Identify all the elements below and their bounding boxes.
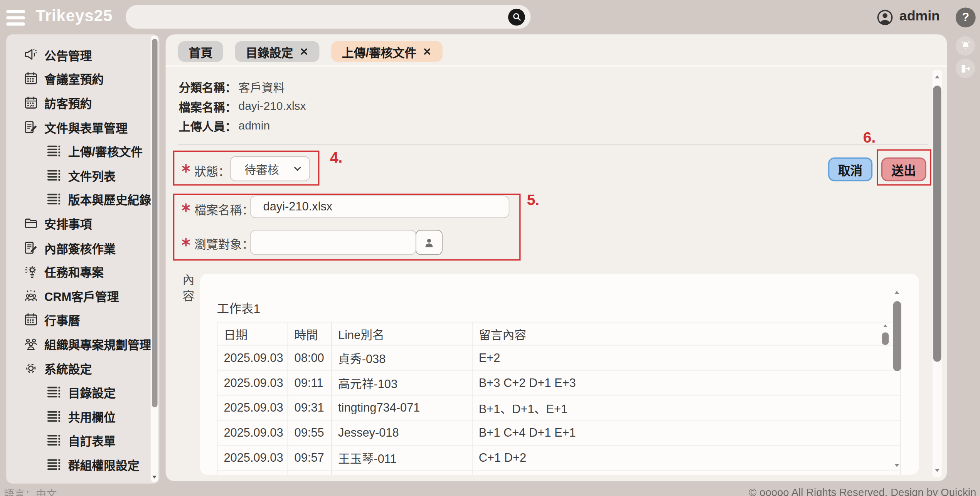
notifications-button[interactable]	[956, 36, 975, 55]
table-header-cell: 留言內容	[472, 322, 901, 345]
list-icon	[45, 166, 62, 183]
chevron-down-icon	[293, 164, 303, 174]
category-label: 分類名稱：	[179, 78, 237, 94]
sidebar-item-label: CRM客戶管理	[44, 287, 119, 304]
table-row: 2025.09.0309:55Jessey-018B+1 C+4 D+1 E+1	[217, 420, 900, 445]
table-header-cell: 時間	[288, 322, 332, 345]
sidebar-item[interactable]: 訪客預約	[6, 91, 149, 115]
cancel-button[interactable]: 取消	[828, 158, 872, 182]
user-name[interactable]: admin	[899, 8, 940, 24]
sidebar-item[interactable]: 內部簽核作業	[6, 235, 149, 260]
sidebar-item[interactable]: 文件與表單管理	[6, 115, 149, 139]
scroll-up-icon[interactable]	[892, 289, 901, 297]
sidebar-item[interactable]: 行事曆	[6, 308, 149, 332]
table-cell: C+1 D+2	[472, 445, 901, 470]
table-cell	[288, 470, 332, 475]
table-cell: B+3 C+2 D+1 E+3	[472, 370, 901, 395]
sidebar-item[interactable]: 群組權限設定	[6, 452, 149, 477]
table-scrollbar-thumb[interactable]	[882, 332, 889, 345]
table-header-row: 日期時間Line別名留言內容	[217, 322, 900, 345]
table-cell: 2025.09.03	[217, 395, 288, 420]
menu-icon[interactable]	[6, 10, 25, 26]
search-button[interactable]	[508, 8, 525, 25]
sidebar-item[interactable]: 安排事項	[6, 211, 149, 235]
table-cell: 2025.09.03	[217, 445, 288, 470]
table-cell: B+1 C+4 D+1 E+1	[472, 420, 901, 445]
sidebar-item-label: 公告管理	[44, 46, 92, 63]
sidebar-item[interactable]: 版本與歷史紀錄	[6, 187, 149, 212]
content-scrollbar-thumb[interactable]	[893, 301, 901, 371]
sidebar-item[interactable]: 公告管理	[6, 42, 149, 67]
tab-item[interactable]: 目錄設定	[235, 41, 320, 62]
sidebar-item-label: 安排事項	[44, 215, 92, 232]
tab-active[interactable]: 上傳/審核文件	[331, 41, 443, 62]
required-asterisk-icon	[181, 237, 192, 247]
user-avatar-icon[interactable]	[876, 9, 894, 26]
sidebar-scrollbar-thumb[interactable]	[152, 39, 157, 407]
sidebar-item-label: 組織與專案規劃管理	[44, 335, 151, 352]
table-cell: 高元祥-103	[332, 370, 472, 395]
close-icon[interactable]	[423, 47, 432, 56]
table-cell: 09:11	[288, 370, 332, 395]
logout-button[interactable]	[956, 59, 975, 78]
sidebar-item[interactable]: 組織與專案規劃管理	[6, 332, 149, 356]
table-cell: 貞秀-038	[332, 345, 472, 370]
scroll-down-icon[interactable]	[933, 466, 941, 474]
sidebar-item[interactable]: 文件列表	[6, 163, 149, 187]
sidebar-item-label: 版本與歷史紀錄	[68, 191, 152, 208]
table-cell: 09:57	[288, 445, 332, 470]
table-cell	[217, 470, 288, 475]
help-button[interactable]: ?	[956, 7, 976, 27]
status-select[interactable]: 待審核	[230, 156, 310, 181]
calendar-icon	[23, 71, 39, 87]
sidebar-item[interactable]: 任務和專案	[6, 259, 149, 284]
select-person-button[interactable]	[416, 230, 443, 255]
search-input[interactable]	[138, 7, 497, 26]
close-icon[interactable]	[300, 47, 309, 56]
list-icon	[45, 456, 62, 473]
status-label: 狀態：	[194, 162, 230, 179]
sidebar-item[interactable]: 系統設定	[6, 356, 149, 380]
table-header-cell: Line別名	[332, 322, 472, 345]
table-cell	[472, 470, 901, 475]
list-icon	[45, 408, 62, 425]
scroll-up-icon[interactable]	[881, 323, 889, 330]
sidebar-item[interactable]: 會議室預約	[6, 67, 149, 91]
file-info: 分類名稱：客戶資料 檔案名稱：dayi-210.xlsx 上傳人員：admin	[179, 77, 306, 135]
table-row	[217, 470, 900, 475]
table-cell	[332, 470, 472, 475]
language-label: 語言：中文	[4, 486, 57, 496]
sidebar-item-label: 內部簽核作業	[44, 239, 116, 256]
person-icon	[423, 236, 436, 249]
sidebar-item[interactable]: 目錄設定	[6, 380, 149, 404]
sidebar-item[interactable]: 上傳/審核文件	[6, 139, 149, 163]
sidebar-item-label: 共用欄位	[68, 408, 116, 425]
table-row: 2025.09.0309:31tingting734-071B+1、D+1、E+…	[217, 395, 900, 420]
document-edit-icon	[23, 119, 39, 135]
sidebar-nav: 公告管理會議室預約訪客預約文件與表單管理上傳/審核文件文件列表版本與歷史紀錄安排…	[6, 42, 149, 476]
tab-label: 上傳/審核文件	[342, 43, 416, 60]
scroll-up-icon[interactable]	[933, 73, 941, 81]
sidebar-item[interactable]: CRM客戶管理	[6, 284, 149, 308]
sidebar-item-label: 系統設定	[44, 360, 92, 377]
sidebar-item-label: 行事曆	[44, 311, 80, 328]
sidebar-item[interactable]: 自訂表單	[6, 428, 149, 452]
list-icon	[45, 384, 62, 401]
scroll-down-icon[interactable]	[892, 461, 901, 469]
annotation-step-6: 6.	[863, 129, 876, 146]
table-header-cell: 日期	[217, 322, 288, 345]
viewer-input[interactable]	[250, 230, 416, 255]
table-cell: 2025.09.03	[217, 420, 288, 445]
sidebar-item[interactable]: 共用欄位	[6, 404, 149, 429]
main-scrollbar-thumb[interactable]	[933, 86, 941, 362]
file-name-value: dayi-210.xlsx	[239, 99, 306, 113]
filename-input[interactable]	[250, 195, 509, 218]
submit-button[interactable]: 送出	[881, 158, 926, 182]
required-asterisk-icon	[181, 163, 192, 174]
tab-item[interactable]: 首頁	[178, 41, 223, 62]
sidebar-scrollbar[interactable]	[151, 35, 158, 482]
calendar-icon	[23, 312, 39, 328]
copyright: © ooooo All Rights Reserved. Design by Q…	[749, 487, 976, 496]
gear-icon	[23, 360, 39, 376]
scroll-down-icon[interactable]	[151, 472, 158, 479]
